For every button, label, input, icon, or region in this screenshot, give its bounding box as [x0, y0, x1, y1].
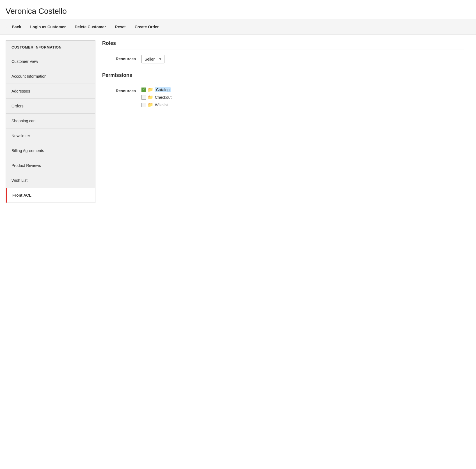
sidebar-item-newsletter[interactable]: Newsletter	[6, 128, 95, 143]
back-arrow-icon: ←	[6, 24, 10, 29]
wishlist-checkbox[interactable]	[141, 103, 146, 107]
checkout-folder-icon: 📁	[148, 95, 153, 100]
sidebar-item-product-reviews[interactable]: Product Reviews	[6, 158, 95, 173]
sidebar-item-shopping-cart[interactable]: Shopping cart	[6, 114, 95, 128]
delete-customer-button[interactable]: Delete Customer	[75, 24, 106, 30]
checkout-name: Checkout	[155, 95, 171, 100]
resource-item-catalog: 📁 Catalog	[141, 87, 464, 92]
roles-section: Roles Resources Seller ▼	[102, 40, 464, 63]
permissions-resources-value: 📁 Catalog 📁 Checkout 📁	[141, 87, 464, 107]
catalog-checkbox[interactable]	[141, 88, 146, 92]
wishlist-name: Wishlist	[155, 103, 168, 107]
permissions-title: Permissions	[102, 72, 464, 81]
catalog-name: Catalog	[155, 87, 171, 92]
roles-resources-value: Seller ▼	[141, 55, 464, 63]
resource-item-wishlist: 📁 Wishlist	[141, 102, 464, 107]
page-header: Veronica Costello	[0, 0, 476, 19]
sidebar-item-billing-agreements[interactable]: Billing Agreements	[6, 143, 95, 158]
main-content: Roles Resources Seller ▼ Permissions Res…	[95, 40, 470, 116]
permissions-section: Permissions Resources 📁 Catalog	[102, 72, 464, 107]
sidebar-item-addresses[interactable]: Addresses	[6, 84, 95, 99]
sidebar-item-front-acl[interactable]: Front ACL	[6, 188, 95, 203]
permissions-resources-label: Resources	[102, 87, 136, 93]
roles-select-wrapper[interactable]: Seller ▼	[141, 55, 164, 63]
page-title: Veronica Costello	[6, 7, 470, 16]
resources-list: 📁 Catalog 📁 Checkout 📁	[141, 87, 464, 107]
toolbar: ← Back Login as Customer Delete Customer…	[0, 19, 476, 35]
roles-title: Roles	[102, 40, 464, 49]
sidebar-item-customer-view[interactable]: Customer View	[6, 54, 95, 69]
roles-resources-row: Resources Seller ▼	[102, 55, 464, 63]
resource-item-checkout: 📁 Checkout	[141, 95, 464, 100]
sidebar-item-wish-list[interactable]: Wish List	[6, 173, 95, 188]
checkout-checkbox[interactable]	[141, 95, 146, 100]
roles-select[interactable]: Seller	[142, 55, 163, 63]
back-button[interactable]: ← Back	[6, 23, 21, 31]
sidebar-header: CUSTOMER INFORMATION	[6, 41, 95, 54]
sidebar: CUSTOMER INFORMATION Customer View Accou…	[6, 40, 95, 203]
create-order-button[interactable]: Create Order	[135, 24, 159, 30]
sidebar-item-orders[interactable]: Orders	[6, 99, 95, 114]
content-area: CUSTOMER INFORMATION Customer View Accou…	[0, 35, 476, 209]
wishlist-folder-icon: 📁	[148, 102, 153, 107]
login-as-customer-button[interactable]: Login as Customer	[30, 24, 66, 30]
reset-button[interactable]: Reset	[115, 24, 126, 30]
sidebar-item-account-information[interactable]: Account Information	[6, 69, 95, 84]
catalog-folder-icon: 📁	[148, 87, 153, 92]
permissions-resources-row: Resources 📁 Catalog 📁 Che	[102, 87, 464, 107]
roles-resources-label: Resources	[102, 55, 136, 61]
